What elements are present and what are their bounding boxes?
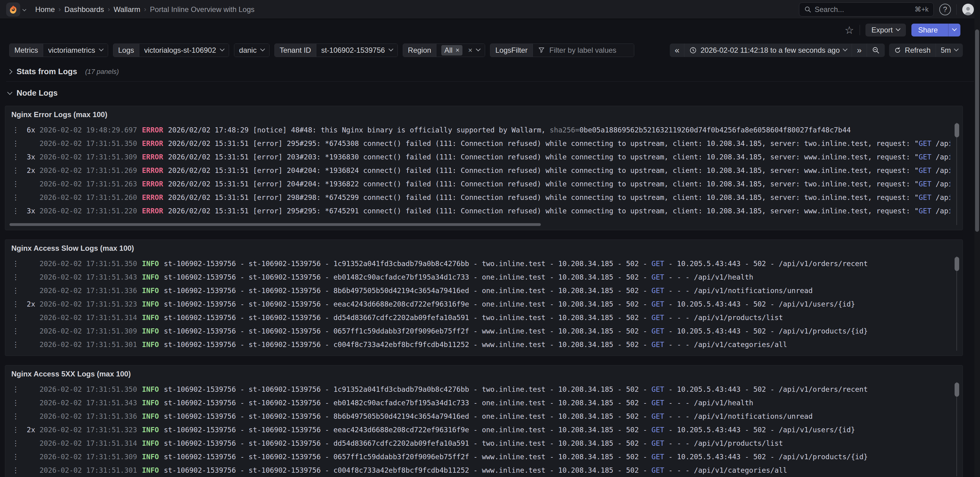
- row-menu-icon[interactable]: ⋮: [12, 259, 19, 268]
- log-row[interactable]: ⋮2026-02-02 17:31:51.301INFOst-106902-15…: [5, 338, 950, 351]
- help-button[interactable]: ?: [939, 4, 951, 15]
- panel-header[interactable]: Nginx Error Logs (max 100): [5, 106, 963, 121]
- log-text: GET: [651, 260, 664, 268]
- row-menu-icon[interactable]: ⋮: [12, 385, 19, 394]
- page-scrollbar-thumb[interactable]: [975, 29, 979, 232]
- log-row[interactable]: ⋮2026-02-02 17:31:51.314INFOst-106902-15…: [5, 311, 950, 324]
- row-menu-icon[interactable]: ⋮: [12, 399, 19, 407]
- log-text: - 10.205.5.43:443 - 502 - /api/v1/orders…: [664, 260, 868, 268]
- zoom-out-time-button[interactable]: [867, 43, 885, 57]
- logsfilter-input[interactable]: Filter by label values: [533, 44, 634, 57]
- export-button[interactable]: Export: [865, 24, 906, 37]
- variable-logs-select[interactable]: victorialogs-st-106902: [139, 44, 229, 57]
- row-stats-from-logs[interactable]: Stats from Logs (17 panels): [6, 62, 974, 81]
- row-menu-icon[interactable]: ⋮: [12, 273, 19, 281]
- log-row[interactable]: ⋮2026-02-02 17:31:51.314INFOst-106902-15…: [5, 437, 950, 450]
- row-menu-icon[interactable]: ⋮: [12, 453, 19, 461]
- panel-scrollbar-thumb[interactable]: [955, 123, 959, 137]
- log-row[interactable]: ⋮2x2026-02-02 17:31:51.323INFOst-106902-…: [5, 423, 950, 437]
- row-menu-icon[interactable]: ⋮: [12, 126, 19, 134]
- log-row[interactable]: ⋮2026-02-02 17:31:51.301INFOst-106902-15…: [5, 464, 950, 477]
- log-text: st-106902-1539756 - st-106902-1539756 - …: [164, 426, 651, 434]
- log-row[interactable]: ⋮2026-02-02 17:31:51.343INFOst-106902-15…: [5, 270, 950, 284]
- variable-tenant-id-select[interactable]: st-106902-1539756: [317, 44, 398, 57]
- region-chip[interactable]: All ×: [441, 45, 463, 56]
- page-scrollbar[interactable]: [975, 0, 980, 477]
- log-text: /api/: [931, 166, 950, 174]
- panel-header[interactable]: Nginx Access Slow Logs (max 100): [5, 240, 963, 254]
- dashboard-controls: ☆ Export Share: [0, 19, 980, 41]
- log-row[interactable]: ⋮2026-02-02 17:31:51.343INFOst-106902-15…: [5, 396, 950, 410]
- log-row[interactable]: ⋮3x2026-02-02 17:31:51.309ERROR2026/02/0…: [5, 150, 950, 164]
- row-menu-icon[interactable]: ⋮: [12, 286, 19, 295]
- row-menu-icon[interactable]: ⋮: [12, 153, 19, 161]
- row-menu-icon[interactable]: ⋮: [12, 166, 19, 175]
- row-menu-icon[interactable]: ⋮: [12, 193, 19, 202]
- time-range-picker[interactable]: 2026-02-02 11:42:18 to a few seconds ago: [684, 43, 852, 57]
- panel-header[interactable]: Nginx Access 5XX Logs (max 100): [5, 365, 963, 380]
- horizontal-scrollbar[interactable]: [10, 223, 958, 226]
- share-button[interactable]: Share: [912, 24, 945, 37]
- log-level: ERROR: [142, 180, 163, 188]
- log-row[interactable]: ⋮2x2026-02-02 17:31:51.323INFOst-106902-…: [5, 297, 950, 311]
- refresh-interval-select[interactable]: 5m: [936, 43, 963, 57]
- log-text: GET: [651, 287, 664, 295]
- log-rows: ⋮2026-02-02 17:31:51.350INFOst-106902-15…: [5, 380, 963, 477]
- log-row[interactable]: ⋮2x2026-02-02 17:31:51.269ERROR2026/02/0…: [5, 164, 950, 177]
- row-menu-icon[interactable]: ⋮: [12, 313, 19, 322]
- grafana-logo-icon: [6, 2, 20, 16]
- variable-region-select[interactable]: All × ×: [436, 44, 485, 57]
- row-menu-icon[interactable]: ⋮: [12, 327, 19, 335]
- row-menu-icon[interactable]: ⋮: [12, 207, 19, 215]
- refresh-button[interactable]: Refresh: [889, 43, 936, 57]
- log-row[interactable]: ⋮3x2026-02-02 17:31:51.220ERROR2026/02/0…: [5, 204, 950, 218]
- log-row[interactable]: ⋮6x2026-02-02 19:48:29.697ERROR2026/02/0…: [5, 123, 950, 137]
- breadcrumb-home[interactable]: Home: [35, 5, 55, 14]
- log-row[interactable]: ⋮2026-02-02 17:31:51.350ERROR2026/02/02 …: [5, 137, 950, 150]
- breadcrumb-dashboards[interactable]: Dashboards: [64, 5, 104, 14]
- share-menu-button[interactable]: [948, 24, 960, 37]
- time-shift-back-button[interactable]: «: [670, 43, 685, 57]
- row-menu-icon[interactable]: ⋮: [12, 300, 19, 308]
- favorite-button[interactable]: ☆: [845, 25, 854, 35]
- log-line: 2026-02-02 17:31:51.309INFOst-106902-153…: [40, 453, 950, 461]
- row-menu-icon[interactable]: ⋮: [12, 412, 19, 421]
- time-range-group: « 2026-02-02 11:42:18 to a few seconds a…: [670, 43, 885, 57]
- breadcrumb-folder[interactable]: Wallarm: [114, 5, 140, 14]
- log-row[interactable]: ⋮2026-02-02 17:31:51.350INFOst-106902-15…: [5, 257, 950, 270]
- chip-remove-icon[interactable]: ×: [456, 46, 460, 54]
- panel-scrollbar-thumb[interactable]: [955, 383, 959, 397]
- row-menu-icon[interactable]: ⋮: [12, 466, 19, 475]
- log-row[interactable]: ⋮2026-02-02 17:31:51.350INFOst-106902-15…: [5, 383, 950, 396]
- clear-selection-icon[interactable]: ×: [468, 46, 472, 54]
- panel-scrollbar-thumb[interactable]: [955, 257, 959, 271]
- horizontal-scrollbar-thumb[interactable]: [10, 223, 541, 226]
- row-node-logs[interactable]: Node Logs: [6, 83, 974, 103]
- time-shift-forward-button[interactable]: »: [852, 43, 867, 57]
- log-row[interactable]: ⋮2026-02-02 17:31:51.263ERROR2026/02/02 …: [5, 177, 950, 191]
- search-input[interactable]: Search... ⌘+k: [799, 2, 934, 16]
- log-panel: Nginx Access 5XX Logs (max 100)⋮2026-02-…: [5, 365, 963, 477]
- user-avatar[interactable]: [962, 4, 974, 15]
- row-menu-icon[interactable]: ⋮: [12, 139, 19, 148]
- log-row[interactable]: ⋮2026-02-02 17:31:51.260ERROR2026/02/02 …: [5, 191, 950, 204]
- log-row[interactable]: ⋮2026-02-02 17:31:51.309INFOst-106902-15…: [5, 450, 950, 464]
- log-row[interactable]: ⋮2026-02-02 17:31:51.309INFOst-106902-15…: [5, 324, 950, 338]
- variable-metrics-select[interactable]: victoriametrics: [43, 44, 108, 57]
- row-menu-icon[interactable]: ⋮: [12, 426, 19, 434]
- breadcrumb-current-dashboard: Portal Inline Overview with Logs: [150, 5, 255, 14]
- log-text: /api/: [931, 153, 950, 161]
- grafana-logo-button[interactable]: [6, 2, 26, 16]
- row-menu-icon[interactable]: ⋮: [12, 439, 19, 448]
- breadcrumb-separator: ›: [108, 5, 110, 13]
- log-level: ERROR: [142, 126, 163, 134]
- log-text: GET: [651, 341, 664, 349]
- log-row[interactable]: ⋮2026-02-02 17:31:51.336INFOst-106902-15…: [5, 284, 950, 297]
- row-menu-icon[interactable]: ⋮: [12, 180, 19, 188]
- row-menu-icon[interactable]: ⋮: [12, 340, 19, 349]
- log-line: 2026-02-02 17:31:51.343INFOst-106902-153…: [40, 399, 950, 407]
- variable-node-select[interactable]: danic: [234, 44, 269, 57]
- log-row[interactable]: ⋮2026-02-02 17:31:51.336INFOst-106902-15…: [5, 410, 950, 423]
- log-text: GET: [651, 466, 664, 474]
- refresh-icon: [894, 46, 901, 54]
